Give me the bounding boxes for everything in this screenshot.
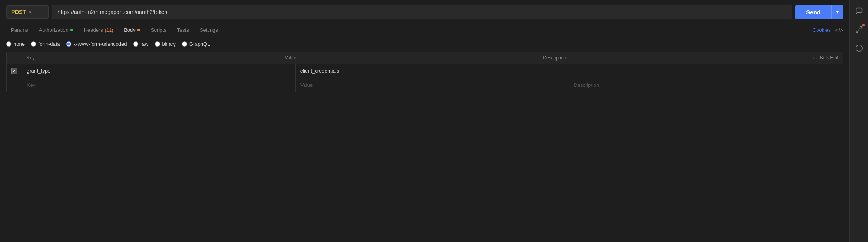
tab-settings-label: Settings [200,27,218,33]
tab-headers[interactable]: Headers (11) [79,24,118,36]
radio-urlencoded-input[interactable] [66,41,71,47]
tab-authorization-label: Authorization [39,27,69,33]
url-bar: POST ▾ Send ▾ [6,5,843,19]
headers-badge: (11) [105,28,113,33]
radio-raw-input[interactable] [133,41,138,47]
code-icon[interactable]: </> [835,27,843,33]
empty-row-key[interactable]: Key [22,78,296,92]
method-label: POST [11,9,26,15]
table-header-checkbox-col [7,52,22,64]
row-1-key[interactable]: grant_type [22,64,296,78]
bulk-edit-button[interactable]: Bulk Edit [820,55,838,60]
radio-urlencoded[interactable]: x-www-form-urlencoded [66,41,127,47]
radio-form-data-input[interactable] [31,41,36,47]
right-sidebar [849,0,868,242]
row-1-checkbox[interactable] [11,68,17,74]
radio-graphql-input[interactable] [182,41,187,47]
svg-line-1 [856,30,858,33]
tab-body[interactable]: Body [119,24,145,36]
url-input-container [52,5,792,19]
tabs-right: Cookies </> [813,27,843,33]
main-content: POST ▾ Send ▾ Params Authorization Heade… [0,0,849,242]
tab-scripts-label: Scripts [151,27,166,33]
tab-params[interactable]: Params [6,24,33,36]
table-header-description: Description [538,52,796,64]
empty-row-checkbox-cell [7,78,22,92]
app-container: POST ▾ Send ▾ Params Authorization Heade… [0,0,868,242]
send-button[interactable]: Send [795,5,831,19]
radio-form-data[interactable]: form-data [31,41,60,47]
row-1-value[interactable]: client_credentials [296,64,570,78]
radio-urlencoded-label: x-www-form-urlencoded [74,41,127,47]
send-button-group: Send ▾ [795,5,843,19]
body-type-bar: none form-data x-www-form-urlencoded raw… [6,41,843,47]
row-1-checkbox-cell [7,64,22,78]
body-dot [137,29,140,31]
radio-raw[interactable]: raw [133,41,149,47]
tab-body-label: Body [124,27,136,33]
tab-settings[interactable]: Settings [195,24,223,36]
radio-form-data-label: form-data [38,41,60,47]
radio-none-input[interactable] [6,41,11,47]
row-1-description[interactable] [569,64,843,78]
table-header-value: Value [280,52,539,64]
svg-line-0 [859,27,862,29]
params-table: Key Value Description ··· Bulk Edit gran… [6,52,843,92]
info-icon[interactable] [853,42,865,54]
tab-authorization[interactable]: Authorization [34,24,78,36]
tab-scripts[interactable]: Scripts [146,24,171,36]
table-row: grant_type client_credentials [7,64,843,78]
radio-none-label: none [14,41,25,47]
chevron-down-icon: ▾ [29,10,31,15]
radio-none[interactable]: none [6,41,25,47]
radio-binary-label: binary [162,41,176,47]
tabs-bar: Params Authorization Headers (11) Body S… [6,24,843,36]
tab-params-label: Params [11,27,28,33]
authorization-dot [70,29,73,31]
radio-graphql-label: GraphQL [189,41,210,47]
tab-headers-label: Headers [84,27,103,33]
expand-dot [862,24,865,26]
radio-binary-input[interactable] [155,41,160,47]
bulk-edit-dots[interactable]: ··· [813,55,817,60]
radio-binary[interactable]: binary [155,41,176,47]
send-dropdown-button[interactable]: ▾ [831,5,843,19]
table-header-actions: ··· Bulk Edit [808,52,843,64]
expand-icon[interactable] [853,23,865,36]
tab-tests[interactable]: Tests [173,24,194,36]
method-selector[interactable]: POST ▾ [6,5,49,19]
empty-row-value[interactable]: Value [296,78,570,92]
chat-icon[interactable] [853,5,865,17]
table-header-row: Key Value Description ··· Bulk Edit [7,52,843,64]
tab-tests-label: Tests [177,27,189,33]
empty-row-description[interactable]: Description [569,78,843,92]
cookies-link[interactable]: Cookies [813,27,831,33]
table-header-key: Key [22,52,280,64]
table-empty-row: Key Value Description [7,78,843,92]
radio-raw-label: raw [141,41,149,47]
url-input[interactable] [52,5,792,19]
radio-graphql[interactable]: GraphQL [182,41,210,47]
